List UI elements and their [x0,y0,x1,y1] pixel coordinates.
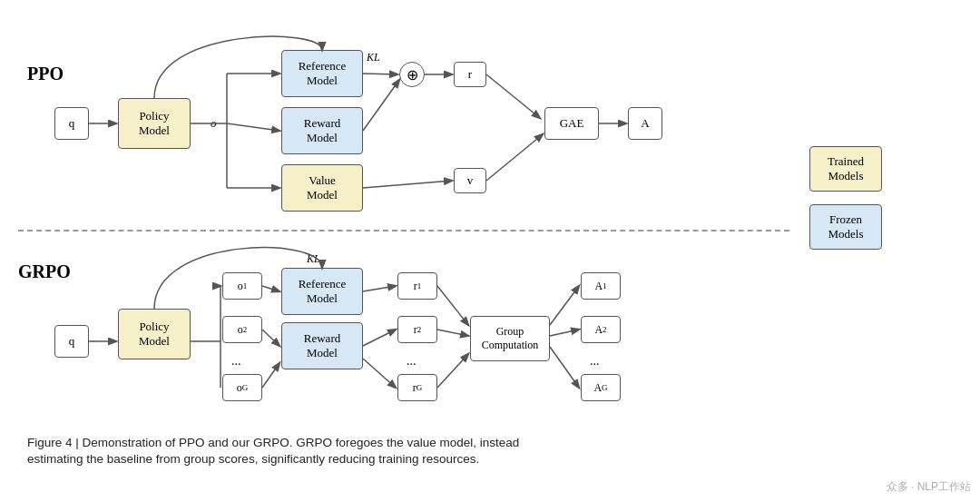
svg-line-27 [437,330,468,336]
grpo-rG-box: rG [397,374,437,401]
ppo-label: PPO [27,64,64,84]
diagram-container: PPO q PolicyModel o ReferenceModel Rewar… [0,0,980,502]
grpo-a1-box: A1 [581,272,621,300]
svg-line-21 [262,330,279,346]
svg-line-11 [486,74,540,118]
grpo-reference-box: ReferenceModel [281,268,363,315]
grpo-q-box: q [54,325,89,358]
grpo-oG-box: oG [222,374,262,401]
svg-line-24 [363,330,396,346]
svg-line-25 [363,359,396,388]
arrows-svg [0,0,980,502]
ppo-policy-box: PolicyModel [118,98,191,149]
svg-line-23 [363,286,396,291]
legend-trained-box: TrainedModels [809,146,882,192]
ppo-reference-box: ReferenceModel [281,50,363,97]
grpo-o2-box: o2 [222,316,262,343]
svg-line-30 [550,330,579,336]
svg-line-31 [550,347,579,388]
ppo-reward-box: RewardModel [281,107,363,154]
svg-line-10 [363,181,452,188]
caption-line2: estimating the baseline from group score… [27,452,479,466]
svg-line-20 [262,286,279,291]
grpo-o1-box: o1 [222,272,262,300]
ppo-v-box: v [454,168,486,193]
grpo-r1-box: r1 [397,272,437,300]
ppo-o-label: o [211,116,217,131]
svg-line-26 [437,286,468,325]
grpo-a2-box: A2 [581,316,621,343]
divider [18,230,789,231]
ppo-r-box: r [454,62,486,87]
ppo-gae-box: GAE [544,107,599,140]
grpo-dots-o: ... [231,354,241,369]
grpo-kl-label: KL [307,252,320,266]
ppo-circle-plus: ⊕ [399,62,425,87]
grpo-policy-box: PolicyModel [118,309,191,359]
ppo-kl-label: KL [367,51,380,64]
caption-line1: Figure 4 | Demonstration of PPO and our … [27,436,519,449]
svg-line-29 [550,286,579,325]
svg-line-22 [262,363,279,388]
svg-line-12 [486,134,543,181]
grpo-r2-box: r2 [397,316,437,343]
legend-frozen-box: FrozenModels [809,204,882,250]
grpo-dots-a: ... [590,354,600,369]
svg-line-8 [363,80,399,131]
grpo-aG-box: AG [581,374,621,401]
svg-line-7 [363,74,397,74]
grpo-group-box: GroupComputation [470,316,550,361]
ppo-a-box: A [628,107,662,140]
grpo-dots-r: ... [407,354,416,369]
grpo-label: GRPO [18,261,71,282]
ppo-q-box: q [54,107,89,140]
ppo-value-box: ValueModel [281,164,363,212]
grpo-reward-box: RewardModel [281,322,363,369]
svg-line-4 [227,123,279,131]
watermark: 众多 · NLP工作站 [887,479,971,495]
svg-line-28 [437,354,468,388]
